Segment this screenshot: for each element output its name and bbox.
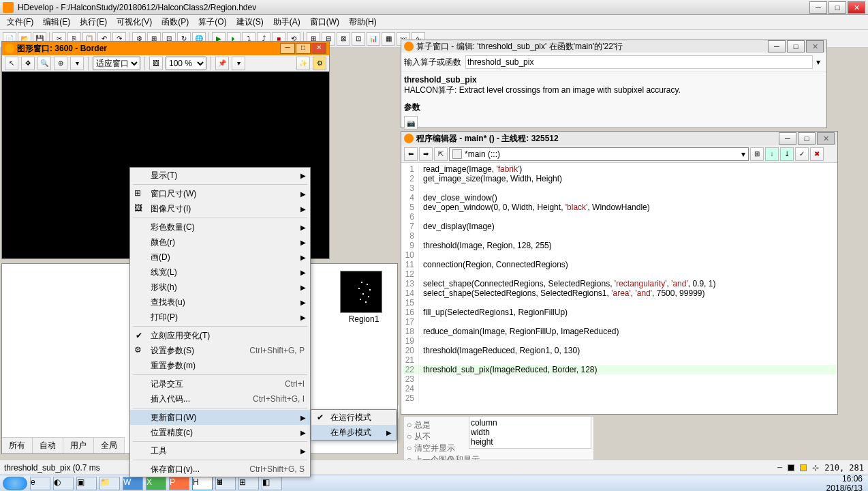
tb-app4-icon[interactable]: ◧ <box>262 477 282 490</box>
home-icon[interactable]: ⇱ <box>434 147 448 161</box>
menu-op[interactable]: 算子(O) <box>194 15 230 29</box>
pt5-icon[interactable]: ✖ <box>810 147 824 161</box>
graphic-window-title[interactable]: 图形窗口: 3600 - Border ─ □ ✕ <box>2 42 329 55</box>
menu-file[interactable]: 文件(F) <box>3 15 37 29</box>
ctx-insert[interactable]: 插入代码...Ctrl+Shift+G, I <box>130 391 310 406</box>
code-line[interactable]: 11connection(Region, ConnectedRegions) <box>403 260 836 269</box>
tb-calc-icon[interactable]: 🖩 <box>215 477 236 490</box>
code-line[interactable]: 21 <box>403 355 836 365</box>
system-clock[interactable]: 16:06 2018/6/13 <box>826 474 865 492</box>
w3-icon[interactable]: ⊠ <box>337 32 350 46</box>
menu-vis[interactable]: 可视化(V) <box>112 15 156 29</box>
dropdown-icon[interactable]: ▾ <box>232 57 245 70</box>
ctx-print[interactable]: 打印(P)▶ <box>130 310 310 325</box>
zoom-combo[interactable]: 100 % <box>166 57 206 70</box>
tab-auto[interactable]: 自动 <box>33 438 63 453</box>
ctx-shape[interactable]: 形状(h)▶ <box>130 280 310 295</box>
ctx-apply[interactable]: ✔立刻应用变化(T) <box>130 328 310 343</box>
pt3-icon[interactable]: ⤓ <box>780 147 794 161</box>
hint-list[interactable]: column width height <box>469 416 591 449</box>
ctx-resetparams[interactable]: 重置参数(m) <box>130 358 310 373</box>
code-line[interactable]: 23 <box>403 374 836 384</box>
code-line[interactable]: 2get_image_size(Image, Width, Height) <box>403 174 836 183</box>
pt4-icon[interactable]: ✓ <box>795 147 809 161</box>
code-line[interactable]: 8 <box>403 231 836 241</box>
ctx-save[interactable]: 保存窗口(v)...Ctrl+Shift+G, S <box>130 462 310 477</box>
tb-explorer-icon[interactable]: 📁 <box>99 477 120 490</box>
code-line[interactable]: 3 <box>403 183 836 193</box>
tab-user[interactable]: 用户 <box>63 438 94 453</box>
tb-excel-icon[interactable]: X <box>146 477 166 490</box>
magnify-icon[interactable]: ⊕ <box>54 57 67 70</box>
close-button[interactable]: ✕ <box>848 1 865 14</box>
code-line[interactable]: 20threshold(ImageReduced, Region1, 0, 13… <box>403 346 836 355</box>
pt1-icon[interactable]: ⊞ <box>750 147 764 161</box>
op-param-icon[interactable]: 📷 <box>404 116 418 130</box>
chevron-down-icon[interactable]: ▾ <box>813 57 824 67</box>
code-line[interactable]: 7dev_display(Image) <box>403 222 836 231</box>
ctx-lw[interactable]: 线宽(L)▶ <box>130 265 310 280</box>
op-close-button[interactable]: ✕ <box>806 40 824 53</box>
op-name-input[interactable] <box>465 55 813 69</box>
code-line[interactable]: 1read_image(Image, 'fabrik') <box>403 164 836 174</box>
code-line[interactable]: 6 <box>403 212 836 222</box>
menu-win[interactable]: 窗口(W) <box>306 15 343 29</box>
ctx-colorcount[interactable]: 彩色数量(C)▶ <box>130 220 310 235</box>
sub-step-mode[interactable]: 在单步模式▶ <box>311 425 396 440</box>
ctx-precision[interactable]: 位置精度(c)▶ <box>130 425 310 440</box>
ctx-lut[interactable]: 查找表(u)▶ <box>130 295 310 310</box>
proc-combo[interactable]: *main (:::) ▾ <box>449 147 749 161</box>
ctx-tool[interactable]: 工具▶ <box>130 443 310 458</box>
gw-close-button[interactable]: ✕ <box>311 43 326 54</box>
menu-run[interactable]: 执行(E) <box>76 15 111 29</box>
code-line[interactable]: 5dev_open_window(0, 0, Width, Height, 'b… <box>403 203 836 212</box>
code-line[interactable]: 14select_shape(SelectedRegions, Selected… <box>403 288 836 298</box>
menu-edit[interactable]: 编辑(E) <box>39 15 74 29</box>
minimize-button[interactable]: ─ <box>809 1 827 14</box>
tb-app1-icon[interactable]: ◐ <box>53 477 74 490</box>
code-line[interactable]: 16fill_up(SelectedRegions1, RegionFillUp… <box>403 308 836 317</box>
maximize-button[interactable]: □ <box>828 1 846 14</box>
code-line[interactable]: 9threshold(Image, Region, 128, 255) <box>403 241 836 250</box>
code-line[interactable]: 17 <box>403 317 836 327</box>
img-icon[interactable]: 🖼 <box>149 57 163 70</box>
op-titlebar[interactable]: 算子窗口 - 编辑: 'threshold_sub_pix' 在函数'main'… <box>401 40 826 53</box>
pt2-icon[interactable]: ↓ <box>765 147 779 161</box>
tb-app3-icon[interactable]: ⊞ <box>238 477 259 490</box>
tab-global[interactable]: 全局 <box>94 438 125 453</box>
code-line[interactable]: 22threshold_sub_pix(ImageReduced, Border… <box>403 365 836 374</box>
ctx-isize[interactable]: 🖼图像尺寸(I)▶ <box>130 201 310 216</box>
w4-icon[interactable]: ⊡ <box>352 32 365 46</box>
gear-icon[interactable]: ⚙ <box>313 57 326 70</box>
prog-min-button[interactable]: ─ <box>779 132 796 145</box>
op-max-button[interactable]: □ <box>787 40 805 53</box>
fit-combo[interactable]: 适应窗口 <box>93 57 140 70</box>
wand-icon[interactable]: ✨ <box>296 57 310 70</box>
ctx-setparams[interactable]: ⚙设置参数(S)Ctrl+Shift+G, P <box>130 343 310 358</box>
code-line[interactable]: 13select_shape(ConnectedRegions, Selecte… <box>403 279 836 288</box>
ctx-color[interactable]: 颜色(r)▶ <box>130 235 310 250</box>
op-min-button[interactable]: ─ <box>768 40 786 53</box>
back-icon[interactable]: ⬅ <box>404 147 418 161</box>
code-line[interactable]: 15 <box>403 298 836 308</box>
tab-all[interactable]: 所有 <box>2 438 33 453</box>
variable-thumb[interactable]: Region1 <box>340 271 388 324</box>
pin-icon[interactable]: 📌 <box>215 57 229 70</box>
zoomtool-icon[interactable]: 🔍 <box>37 57 51 70</box>
code-area[interactable]: 1read_image(Image, 'fabrik')2get_image_s… <box>401 163 837 414</box>
tb-ppt-icon[interactable]: P <box>169 477 189 490</box>
code-line[interactable]: 18reduce_domain(Image, RegionFillUp, Ima… <box>403 327 836 336</box>
cursor-icon[interactable]: ↖ <box>5 57 18 70</box>
code-line[interactable]: 10 <box>403 250 836 260</box>
fwd-icon[interactable]: ➡ <box>419 147 433 161</box>
zoomout-icon[interactable]: ▾ <box>70 57 84 70</box>
chart-icon[interactable]: 📊 <box>367 32 380 46</box>
hist-icon[interactable]: ▦ <box>382 32 395 46</box>
tb-word-icon[interactable]: W <box>123 477 143 490</box>
ctx-wsize[interactable]: ⊞窗口尺寸(W)▶ <box>130 186 310 201</box>
menu-sugg[interactable]: 建议(S) <box>232 15 268 29</box>
code-line[interactable]: 4dev_close_window() <box>403 193 836 203</box>
tb-app2-icon[interactable]: ▣ <box>76 477 97 490</box>
start-button[interactable] <box>3 477 27 490</box>
menu-help[interactable]: 帮助(H) <box>345 15 381 29</box>
